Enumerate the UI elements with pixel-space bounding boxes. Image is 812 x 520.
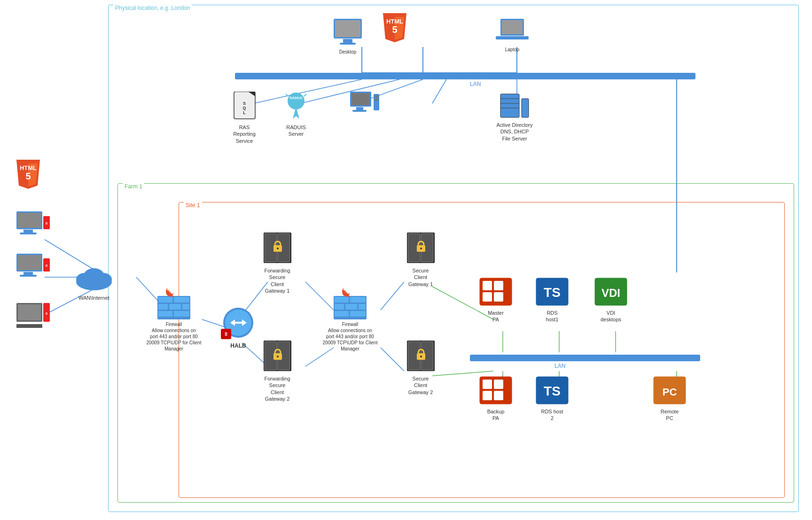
svg-text:II: II (46, 222, 47, 225)
physical-location-label: Physical location, e.g. London (113, 5, 192, 11)
farm1-label: Farm 1 (123, 183, 144, 190)
diagram-container: Physical location, e.g. London Farm 1 Si… (0, 0, 812, 520)
secure-gw1-icon: SecureClientGateway 1 (397, 230, 444, 287)
svg-text:TS: TS (544, 384, 561, 398)
svg-rect-90 (158, 304, 168, 310)
firewall1-label: FirewallAllow connections onport 443 and… (147, 321, 202, 352)
svg-text:II: II (46, 312, 47, 315)
svg-rect-88 (158, 297, 172, 303)
secure-gw1-label: SecureClientGateway 1 (408, 267, 433, 287)
svg-text:HTML: HTML (20, 164, 37, 171)
svg-rect-51 (351, 93, 370, 105)
svg-rect-41 (496, 36, 529, 39)
svg-rect-91 (169, 304, 181, 310)
svg-rect-137 (494, 281, 503, 290)
svg-rect-53 (352, 110, 367, 112)
svg-point-127 (420, 248, 422, 249)
svg-rect-115 (350, 297, 366, 303)
svg-rect-74 (18, 255, 41, 270)
svg-rect-80 (18, 304, 41, 320)
wan-label-text: WAN\Internet (78, 295, 109, 301)
svg-rect-142 (494, 380, 503, 389)
svg-rect-57 (500, 94, 519, 117)
svg-rect-144 (494, 391, 503, 400)
vdi-desktops-icon: VDI VDIdesktops (590, 277, 632, 323)
wan-internet-label: WAN\Internet (73, 265, 115, 301)
svg-text:II: II (225, 332, 227, 337)
backup-pa-icon: BackupPA (475, 376, 517, 422)
svg-text:5: 5 (392, 24, 397, 35)
site1-label: Site 1 (184, 202, 202, 209)
ras-reporting-label: RASReportingService (233, 124, 256, 144)
svg-point-86 (84, 268, 104, 283)
svg-rect-143 (483, 391, 492, 400)
master-pa-icon: MasterPA (475, 277, 517, 323)
svg-rect-93 (158, 311, 172, 317)
svg-rect-70 (20, 233, 37, 234)
radius-label: RADUISServer (286, 124, 306, 138)
html5-logo-top: 5 HTML (376, 13, 414, 46)
secure-gw2-label: SecureClientGateway 2 (408, 375, 433, 396)
halb-label: HALB (230, 342, 246, 350)
svg-point-112 (277, 356, 279, 357)
parallels-client1-icon: Parallels II (9, 211, 56, 241)
svg-rect-75 (23, 272, 33, 275)
svg-rect-114 (335, 297, 349, 303)
svg-rect-117 (345, 304, 357, 310)
svg-rect-52 (356, 107, 363, 110)
svg-rect-120 (350, 311, 366, 317)
svg-text:HTML: HTML (386, 18, 403, 25)
html5-desktop-top: Desktop (329, 19, 367, 55)
firewall2-icon: FirewallAllow connections onport 443 and… (322, 287, 378, 352)
fwd-secure-gw2-icon: ForwardingSecureClientGateway 2 (254, 338, 301, 402)
fwd-secure-gw1-label: ForwardingSecureClientGateway 1 (264, 267, 290, 294)
parallels-client2-icon: II (9, 254, 56, 282)
svg-rect-76 (20, 275, 37, 277)
radius-server-icon: RADIUS RADUISServer (277, 92, 315, 138)
rds-host2-icon: TS RDS host2 (531, 376, 573, 422)
ras-reporting-icon: S Q L RASReportingService (223, 92, 265, 144)
svg-text:L: L (243, 110, 246, 115)
parallels-server-icon: II (9, 301, 56, 331)
remote-pc-icon: PC RemotePC (648, 376, 691, 422)
secure-gw2-icon: SecureClientGateway 2 (397, 338, 444, 396)
vdi-desktops-label: VDIdesktops (601, 310, 621, 323)
svg-point-105 (277, 248, 279, 249)
svg-rect-116 (335, 304, 344, 310)
master-pa-label: MasterPA (488, 310, 504, 323)
fwd-secure-gw2-label: ForwardingSecureClientGateway 2 (264, 375, 290, 402)
svg-point-134 (420, 356, 422, 357)
svg-rect-69 (23, 230, 33, 233)
lan-label-top: LAN (470, 81, 481, 87)
svg-line-49 (304, 94, 306, 96)
halb-icon: II HALB (217, 305, 259, 350)
svg-rect-139 (494, 292, 503, 302)
lan-bar-top (235, 73, 695, 79)
svg-rect-36 (343, 39, 352, 43)
svg-rect-37 (340, 43, 356, 45)
svg-rect-56 (375, 99, 378, 101)
lan-bar-bottom (470, 355, 700, 361)
svg-text:TS: TS (544, 285, 561, 300)
svg-rect-94 (174, 311, 189, 317)
svg-text:S: S (242, 101, 245, 106)
svg-rect-141 (483, 380, 492, 389)
svg-rect-38 (335, 20, 360, 37)
svg-text:RADIUS: RADIUS (289, 96, 302, 100)
backup-pa-label: BackupPA (487, 408, 505, 422)
active-directory-icon: Active DirectoryDNS, DHCPFile Server (489, 92, 540, 142)
fwd-secure-gw1-icon: ForwardingSecureClientGateway 1 (254, 230, 301, 294)
svg-rect-118 (359, 304, 366, 310)
svg-text:5: 5 (25, 171, 31, 181)
svg-text:Q: Q (242, 106, 246, 110)
firewall2-label: FirewallAllow connections onport 443 and… (323, 321, 378, 352)
svg-rect-89 (174, 297, 189, 303)
svg-rect-138 (483, 292, 492, 302)
svg-text:PC: PC (663, 386, 677, 398)
svg-rect-68 (18, 213, 41, 228)
svg-rect-62 (522, 99, 529, 117)
svg-text:II: II (46, 264, 47, 267)
rds-host1-icon: TS RDShost1 (531, 277, 573, 323)
html5-left-icon: 5 HTML (9, 160, 47, 193)
lan-label-bottom: LAN (554, 363, 565, 369)
